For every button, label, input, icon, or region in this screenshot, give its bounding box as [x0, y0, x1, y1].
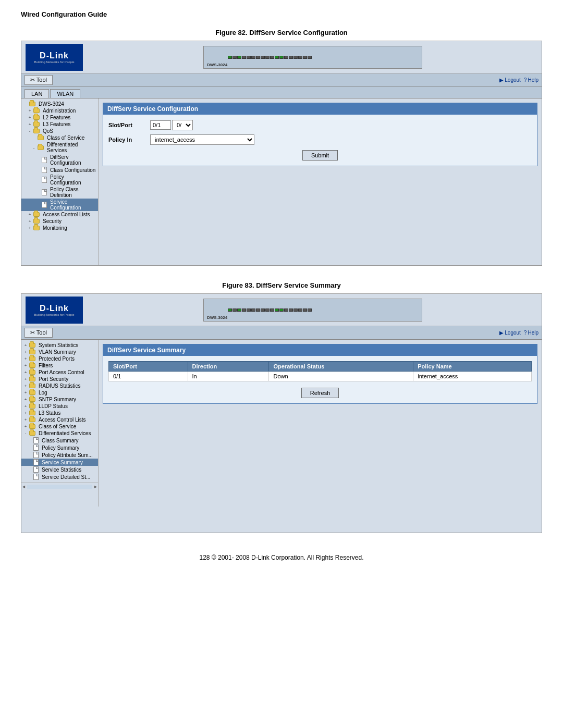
doc-icon: [42, 167, 47, 173]
fig1-sidebar-item-7[interactable]: DiffServ Configuration: [21, 154, 98, 166]
fig1-sidebar-item-11[interactable]: Service Configuration: [21, 199, 98, 211]
fig2-sidebar-item-16[interactable]: Policy Attribute Sum...: [21, 451, 98, 459]
f2-port-3: [237, 309, 241, 312]
folder-icon: [33, 219, 40, 224]
col-slot-port: Slot/Port: [109, 362, 188, 372]
sidebar-label: Policy Class Definition: [50, 187, 96, 198]
folder-icon: [29, 404, 35, 409]
folder-icon: [33, 226, 40, 230]
figure2-table: Slot/Port Direction Operational Status P…: [108, 361, 532, 381]
fig2-sidebar-item-17[interactable]: Service Summary: [21, 459, 98, 466]
fig1-sidebar-item-3[interactable]: +L3 Features: [21, 121, 98, 128]
figure1-logout-btn[interactable]: ▶ Logout: [499, 77, 521, 83]
fig1-sidebar-item-13[interactable]: +Security: [21, 218, 98, 225]
sidebar-label: Service Summary: [42, 460, 83, 465]
doc-icon: [33, 466, 39, 473]
fig1-sidebar-item-9[interactable]: Policy Configuration: [21, 174, 98, 186]
figure1-help-btn[interactable]: ? Help: [524, 77, 538, 83]
fig1-sidebar-item-0[interactable]: DWS-3024: [21, 101, 98, 107]
expand-icon: +: [28, 212, 32, 217]
slot-port-label: Slot/Port: [108, 122, 150, 128]
figure1-device-box: DWS-3024: [203, 46, 422, 69]
sidebar-label: RADIUS Statistics: [39, 383, 81, 389]
figure1-sidebar-list: DWS-3024+Administration+L2 Features+L3 F…: [21, 101, 98, 231]
doc-icon: [33, 474, 39, 480]
col-direction: Direction: [188, 362, 269, 372]
folder-icon: [29, 424, 35, 429]
folder-icon: [29, 397, 35, 402]
folder-icon: [29, 343, 35, 348]
fig1-sidebar-item-2[interactable]: +L2 Features: [21, 114, 98, 121]
figure2-device-model-label: DWS-3024: [207, 315, 227, 320]
f2-port-15: [293, 309, 298, 312]
f2-port-14: [289, 309, 293, 312]
doc-icon: [33, 445, 39, 451]
folder-icon: [29, 390, 35, 395]
figure1-submit-btn[interactable]: Submit: [302, 150, 338, 161]
f2-port-18: [308, 309, 312, 312]
figure2-navbar: ✂ Tool ▶ Logout ? Help: [21, 326, 542, 340]
sidebar-label: Access Control Lists: [43, 212, 90, 217]
fig1-sidebar-item-8[interactable]: Class Configuration: [21, 166, 98, 174]
sidebar-label: Differentiated Services: [47, 142, 96, 153]
figure1-content: DiffServ Service Configuration Slot/Port…: [99, 98, 542, 265]
figure1-tool-btn[interactable]: ✂ Tool: [25, 75, 53, 85]
expand-icon: +: [23, 404, 28, 409]
sidebar-label: SNTP Summary: [39, 397, 76, 402]
figure2-help-btn[interactable]: ? Help: [524, 330, 538, 336]
slot-port-row: Slot/Port 0/1: [108, 120, 532, 130]
fig1-sidebar-item-10[interactable]: Policy Class Definition: [21, 186, 98, 199]
folder-icon: [29, 411, 35, 415]
fig1-sidebar-item-12[interactable]: +Access Control Lists: [21, 211, 98, 218]
port-12: [279, 56, 284, 59]
figure2-logo-brand: D-Link: [40, 304, 69, 313]
fig1-sidebar-item-5[interactable]: Class of Service: [21, 134, 98, 141]
doc-icon: [42, 189, 47, 195]
fig1-sidebar-item-14[interactable]: +Monitoring: [21, 225, 98, 231]
fig2-sidebar-item-19[interactable]: Service Detailed St...: [21, 473, 98, 480]
fig1-sidebar-item-1[interactable]: +Administration: [21, 107, 98, 114]
expand-icon: +: [23, 370, 28, 375]
slot-port-select[interactable]: 0/1: [172, 120, 193, 130]
slot-port-input[interactable]: [150, 120, 171, 130]
fig2-sidebar-item-15[interactable]: Policy Summary: [21, 444, 98, 451]
figure1-lan-tabs: LAN WLAN: [21, 87, 542, 98]
doc-icon: [42, 177, 47, 183]
sidebar-label: DiffServ Configuration: [50, 154, 96, 166]
figure2-refresh-btn[interactable]: Refresh: [301, 388, 339, 398]
sidebar-label: Filters: [39, 363, 53, 368]
f2-port-17: [303, 309, 307, 312]
port-3: [237, 56, 241, 59]
lan-tab[interactable]: LAN: [25, 89, 49, 98]
expand-icon: +: [23, 411, 28, 415]
figure1-panel-box: DiffServ Service Configuration Slot/Port…: [103, 103, 537, 166]
wlan-tab[interactable]: WLAN: [50, 89, 80, 98]
f2-port-2: [232, 309, 237, 312]
fig2-sidebar-item-14[interactable]: Class Summary: [21, 437, 98, 444]
figure2-logout-btn[interactable]: ▶ Logout: [499, 330, 521, 336]
policy-in-select[interactable]: internet_access: [150, 134, 254, 145]
port-2: [232, 56, 237, 59]
sidebar-label: Policy Attribute Sum...: [42, 452, 93, 458]
expand-icon: -: [23, 431, 28, 436]
port-15: [293, 56, 298, 59]
port-7: [256, 56, 260, 59]
sidebar-hscroll[interactable]: ◄ ►: [21, 483, 98, 490]
fig2-sidebar-item-18[interactable]: Service Statistics: [21, 466, 98, 473]
f2-port-1: [228, 309, 232, 312]
sidebar-label: Policy Configuration: [50, 174, 96, 186]
figure1-logo: D-Link Building Networks for People: [26, 44, 83, 71]
policy-in-row: Policy In internet_access: [108, 134, 532, 145]
doc-icon: [42, 157, 47, 163]
f2-port-6: [251, 309, 255, 312]
fig1-sidebar-item-4[interactable]: -QoS: [21, 128, 98, 134]
figure2-tool-btn[interactable]: ✂ Tool: [25, 328, 53, 338]
expand-icon: +: [28, 226, 32, 230]
port-1: [228, 56, 232, 59]
folder-icon: [29, 431, 35, 436]
figure1-title: Figure 82. DiffServ Service Configuratio…: [21, 29, 542, 36]
figure2-panel-box: DiffServ Service Summary Slot/Port Direc…: [103, 344, 537, 404]
f2-port-5: [247, 309, 251, 312]
fig1-sidebar-item-6[interactable]: -Differentiated Services: [21, 141, 98, 154]
fig2-sidebar-item-13[interactable]: -Differentiated Services: [21, 430, 98, 437]
